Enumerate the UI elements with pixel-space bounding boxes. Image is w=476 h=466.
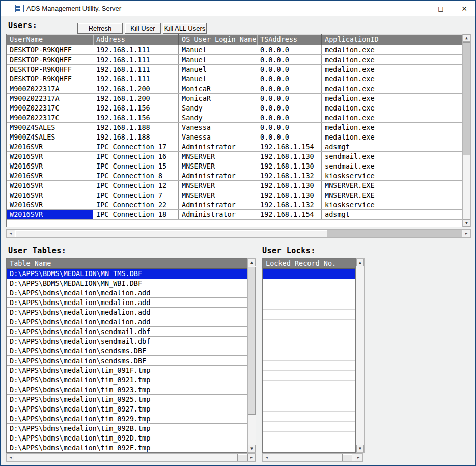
user-cell: MNSERVER.EXE: [322, 190, 462, 200]
user-row[interactable]: W2016SVRIPC Connection 16MNSERVER192.168…: [7, 152, 462, 161]
users-vertical-scrollbar[interactable]: ▲ ▼: [462, 34, 471, 227]
user-locks-vertical-scrollbar[interactable]: ▲ ▼: [356, 258, 365, 453]
lock-row[interactable]: [263, 330, 355, 340]
column-header-tsaddress[interactable]: TSAddress: [257, 34, 322, 45]
lock-row[interactable]: [263, 350, 355, 361]
table-row[interactable]: D:\APPS\bdms\medalion\medalion.add: [7, 288, 247, 298]
lock-row[interactable]: [263, 340, 355, 350]
lock-row[interactable]: [263, 381, 355, 391]
user-locks-hscroll-thumb[interactable]: [342, 454, 352, 461]
lock-row[interactable]: [263, 432, 355, 442]
scroll-left-arrow-icon[interactable]: ◄: [7, 230, 14, 237]
table-row[interactable]: D:\APPS\bdms\medalion\tim_091F.tmp: [7, 366, 247, 375]
table-row[interactable]: D:\APPS\bdms\medalion\medalion.add: [7, 298, 247, 308]
user-cell: W2016SVR: [7, 142, 93, 151]
user-row[interactable]: W2016SVRIPC Connection 7MNSERVER192.168.…: [7, 190, 462, 200]
scroll-right-arrow-icon[interactable]: ►: [248, 454, 256, 461]
user-row[interactable]: DESKTOP-R9KQHFF192.168.1.111Manuel0.0.0.…: [7, 65, 462, 74]
user-row[interactable]: DESKTOP-R9KQHFF192.168.1.111Manuel0.0.0.…: [7, 55, 462, 65]
table-row[interactable]: D:\APPS\bdms\medalion\tim_0929.tmp: [7, 414, 247, 424]
close-button[interactable]: ✕: [453, 1, 476, 16]
lock-row[interactable]: [263, 269, 355, 279]
table-row[interactable]: D:\APPS\bdms\medalion\sendmail.dbf: [7, 327, 247, 337]
table-row[interactable]: D:\APPS\bdms\medalion\tim_092D.tmp: [7, 433, 247, 443]
scroll-down-arrow-icon[interactable]: ▼: [356, 445, 364, 452]
table-row[interactable]: D:\APPS\bdms\medalion\tim_0923.tmp: [7, 385, 247, 395]
minimize-button[interactable]: –: [404, 1, 428, 16]
lock-row[interactable]: [263, 422, 355, 432]
user-row[interactable]: W2016SVRIPC Connection 12MNSERVER192.168…: [7, 181, 462, 190]
column-header-address[interactable]: Address: [93, 34, 179, 45]
scroll-left-arrow-icon[interactable]: ◄: [7, 454, 14, 461]
kill-user-button[interactable]: Kill User: [125, 23, 161, 34]
user-row[interactable]: M900Z4SALES192.168.1.188Vanessa0.0.0.0me…: [7, 132, 462, 142]
user-row[interactable]: M900Z022317C192.168.1.156Sandy0.0.0.0med…: [7, 103, 462, 113]
user-row[interactable]: DESKTOP-R9KQHFF192.168.1.111Manuel0.0.0.…: [7, 74, 462, 84]
user-tables-hscroll-thumb[interactable]: [237, 454, 248, 461]
table-row[interactable]: D:\APPS\bdms\medalion\medalion.add: [7, 308, 247, 317]
lock-row[interactable]: [263, 401, 355, 412]
scroll-right-arrow-icon[interactable]: ►: [355, 454, 362, 461]
lock-row[interactable]: [263, 299, 355, 310]
table-row[interactable]: D:\APPS\bdms\medalion\sendmail.dbf: [7, 337, 247, 346]
lock-row[interactable]: [263, 412, 355, 422]
column-header-table-name[interactable]: Table Name: [7, 259, 247, 269]
lock-row[interactable]: [263, 279, 355, 289]
lock-row[interactable]: [263, 361, 355, 371]
table-row[interactable]: D:\APPS\bdms\medalion\medalion.add: [7, 317, 247, 327]
lock-row[interactable]: [263, 391, 355, 401]
table-row[interactable]: D:\APPS\bdms\medalion\sendsms.DBF: [7, 346, 247, 356]
table-row[interactable]: D:\APPS\bdms\medalion\tim_092B.tmp: [7, 424, 247, 433]
user-row[interactable]: W2016SVRIPC Connection 17Administrator19…: [7, 142, 462, 152]
users-vscroll-thumb[interactable]: [463, 42, 470, 155]
lock-row[interactable]: [263, 320, 355, 330]
lock-row[interactable]: [263, 289, 355, 299]
user-row[interactable]: W2016SVRIPC Connection 22Administrator19…: [7, 200, 462, 210]
lock-row[interactable]: [263, 371, 355, 381]
user-tables-horizontal-scrollbar[interactable]: ◄ ►: [6, 453, 256, 462]
scroll-left-arrow-icon[interactable]: ◄: [263, 454, 270, 461]
scroll-up-arrow-icon[interactable]: ▲: [356, 259, 364, 266]
column-header-applicationid[interactable]: ApplicationID: [322, 34, 462, 45]
user-tables-vscroll-thumb[interactable]: [248, 267, 256, 415]
scroll-right-arrow-icon[interactable]: ►: [463, 230, 470, 237]
user-cell: 0.0.0.0: [257, 132, 322, 142]
titlebar[interactable]: ADS Management Utility. Server – □ ✕: [1, 1, 475, 16]
table-row[interactable]: D:\APPS\bdms\medalion\tim_0921.tmp: [7, 375, 247, 385]
user-row[interactable]: W2016SVRIPC Connection 18Administrator19…: [7, 210, 462, 220]
user-row[interactable]: M900Z022317A192.168.1.200MonicaR0.0.0.0m…: [7, 84, 462, 94]
scroll-down-arrow-icon[interactable]: ▼: [463, 219, 470, 227]
users-horizontal-scrollbar[interactable]: ◄ ►: [6, 229, 471, 238]
user-row[interactable]: M900Z022317C192.168.1.156Sandy0.0.0.0med…: [7, 113, 462, 123]
column-header-os-user-login-name[interactable]: OS User Login Name: [179, 34, 257, 45]
users-hscroll-thumb[interactable]: [15, 230, 327, 237]
user-cell: DESKTOP-R9KQHFF: [7, 45, 93, 54]
lock-row[interactable]: [263, 310, 355, 320]
table-row[interactable]: D:\APPS\bdms\medalion\tim_0925.tmp: [7, 395, 247, 404]
refresh-button[interactable]: Refresh: [77, 23, 123, 34]
user-cell: 0.0.0.0: [257, 55, 322, 64]
user-row[interactable]: M900Z4SALES192.168.1.188Vanessa0.0.0.0me…: [7, 123, 462, 132]
scroll-up-arrow-icon[interactable]: ▲: [248, 259, 256, 266]
table-row[interactable]: D:\APPS\bdms\medalion\sendsms.DBF: [7, 356, 247, 366]
table-row[interactable]: D:\APPS\BDMS\MEDALION\MN_TMS.DBF: [7, 269, 247, 279]
kill-all-users-button[interactable]: Kill ALL Users: [163, 23, 207, 34]
table-row[interactable]: D:\APPS\BDMS\MEDALION\MN_WBI.DBF: [7, 279, 247, 288]
scroll-down-arrow-icon[interactable]: ▼: [248, 445, 256, 452]
table-row[interactable]: D:\APPS\bdms\medalion\tim_092F.tmp: [7, 443, 247, 453]
user-cell: 0.0.0.0: [257, 123, 322, 132]
user-row[interactable]: W2016SVRIPC Connection 8Administrator192…: [7, 171, 462, 181]
maximize-button[interactable]: □: [429, 1, 453, 16]
scroll-up-arrow-icon[interactable]: ▲: [463, 34, 470, 42]
user-row[interactable]: DESKTOP-R9KQHFF192.168.1.111Manuel0.0.0.…: [7, 45, 462, 55]
column-header-locked-record-no[interactable]: Locked Record No.: [263, 259, 355, 269]
column-header-username[interactable]: UserName: [7, 34, 93, 45]
user-tables-vertical-scrollbar[interactable]: ▲ ▼: [247, 258, 256, 453]
user-row[interactable]: M900Z022317A192.168.1.200MonicaR0.0.0.0m…: [7, 94, 462, 103]
table-row[interactable]: D:\APPS\bdms\medalion\tim_0927.tmp: [7, 404, 247, 414]
user-locks-horizontal-scrollbar[interactable]: ◄ ►: [262, 453, 363, 462]
user-cell: M900Z022317C: [7, 103, 93, 113]
users-hscroll-track[interactable]: [327, 230, 462, 237]
lock-row[interactable]: [263, 442, 355, 452]
user-row[interactable]: W2016SVRIPC Connection 15MNSERVER192.168…: [7, 161, 462, 171]
